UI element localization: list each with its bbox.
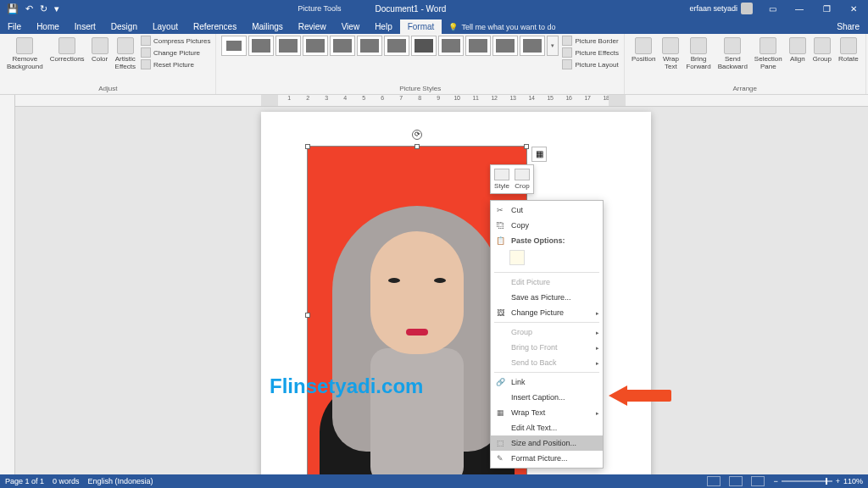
rotate-button[interactable]: Rotate [837, 36, 860, 65]
bring-forward-button[interactable]: Bring Forward [684, 36, 712, 73]
style-thumb[interactable] [492, 36, 518, 56]
style-thumb[interactable] [411, 36, 437, 56]
picture-layout-button[interactable]: Picture Layout [562, 59, 618, 69]
resize-handle[interactable] [305, 144, 310, 149]
tab-help[interactable]: Help [367, 19, 400, 34]
style-thumb[interactable] [248, 36, 274, 56]
ctx-cut[interactable]: ✂Cut [491, 202, 603, 218]
ctx-edit-alt-text[interactable]: Edit Alt Text... [491, 420, 603, 435]
mini-style-button[interactable]: Style [494, 169, 509, 190]
compress-pictures-button[interactable]: Compress Pictures [141, 36, 211, 46]
share-button[interactable]: Share [828, 19, 868, 34]
horizontal-ruler: 123456789101112131415161718 [15, 95, 868, 107]
undo-icon[interactable]: ↶ [25, 3, 33, 14]
style-thumb[interactable] [520, 36, 545, 56]
status-bar: Page 1 of 1 0 words English (Indonesia) … [0, 474, 868, 488]
wrap-text-icon: ▦ [494, 407, 506, 419]
watermark-text: Flinsetyadi.com [270, 374, 423, 398]
zoom-out-icon[interactable]: − [773, 477, 777, 485]
ctx-size-and-position[interactable]: ⬚Size and Position... [491, 435, 603, 451]
group-adjust: Remove Background Corrections Color Arti… [0, 34, 216, 94]
document-area[interactable]: 123456789101112131415161718 ⟳ [15, 95, 868, 474]
view-read-mode[interactable] [707, 476, 721, 486]
redo-icon[interactable]: ↻ [40, 3, 47, 14]
corrections-button[interactable]: Corrections [48, 36, 86, 65]
ribbon-tabs: File Home Insert Design Layout Reference… [0, 17, 868, 34]
style-thumb[interactable] [465, 36, 491, 56]
tab-mailings[interactable]: Mailings [244, 19, 291, 34]
remove-background-button[interactable]: Remove Background [5, 36, 45, 73]
paste-option-button[interactable] [509, 250, 525, 265]
size-icon: ⬚ [494, 437, 506, 449]
rotate-handle[interactable]: ⟳ [412, 130, 422, 140]
zoom-value[interactable]: 110% [843, 477, 863, 485]
ribbon: Remove Background Corrections Color Arti… [0, 34, 868, 95]
picture-effects-button[interactable]: Picture Effects [562, 47, 618, 58]
title-bar: 💾 ↶ ↻ ▾ Picture Tools Document1 - Word e… [0, 0, 868, 17]
tab-insert[interactable]: Insert [67, 19, 103, 34]
reset-picture-button[interactable]: Reset Picture [141, 59, 211, 69]
minimize-button[interactable]: — [787, 0, 812, 17]
ctx-change-picture[interactable]: 🖼Change Picture▸ [491, 305, 603, 320]
picture-styles-gallery[interactable]: ▾ [221, 36, 559, 56]
ctx-send-to-back: Send to Back▸ [491, 355, 603, 370]
close-button[interactable]: ✕ [841, 0, 866, 17]
selection-pane-button[interactable]: Selection Pane [753, 36, 784, 73]
position-button[interactable]: Position [630, 36, 657, 65]
style-thumb[interactable] [438, 36, 464, 56]
ribbon-options-icon[interactable]: ▭ [760, 0, 785, 17]
view-print-layout[interactable] [729, 476, 743, 486]
resize-handle[interactable] [305, 313, 310, 318]
change-picture-icon: 🖼 [494, 307, 506, 319]
zoom-in-icon[interactable]: + [836, 477, 840, 485]
ctx-format-picture[interactable]: ✎Format Picture... [491, 451, 603, 466]
contextual-tab-label: Picture Tools [298, 4, 341, 13]
send-backward-button[interactable]: Send Backward [716, 36, 749, 73]
status-page[interactable]: Page 1 of 1 [5, 477, 44, 485]
wrap-text-button[interactable]: Wrap Text [660, 36, 681, 73]
resize-handle[interactable] [415, 144, 420, 149]
resize-handle[interactable] [524, 144, 529, 149]
style-thumb[interactable] [384, 36, 409, 56]
status-words[interactable]: 0 words [53, 477, 80, 485]
color-button[interactable]: Color [90, 36, 110, 65]
align-button[interactable]: Align [787, 36, 808, 65]
status-language[interactable]: English (Indonesia) [88, 477, 153, 485]
tell-me-search[interactable]: 💡Tell me what you want to do [442, 20, 562, 34]
tab-home[interactable]: Home [29, 19, 67, 34]
style-thumb[interactable] [330, 36, 355, 56]
ctx-insert-caption[interactable]: Insert Caption... [491, 390, 603, 405]
account-label[interactable]: erfaan setyadi [684, 3, 758, 14]
tab-format[interactable]: Format [400, 19, 442, 34]
style-thumb[interactable] [357, 36, 382, 56]
picture-border-button[interactable]: Picture Border [562, 36, 618, 46]
tab-file[interactable]: File [0, 19, 29, 34]
ctx-copy[interactable]: ⿻Copy [491, 218, 603, 233]
ctx-save-as-picture[interactable]: Save as Picture... [491, 290, 603, 305]
tab-references[interactable]: References [186, 19, 244, 34]
mini-crop-button[interactable]: Crop [515, 169, 530, 190]
workspace: 123456789101112131415161718 ⟳ [0, 95, 868, 474]
zoom-control[interactable]: − + 110% [773, 477, 863, 485]
artistic-effects-button[interactable]: Artistic Effects [114, 36, 137, 73]
link-icon: 🔗 [494, 376, 506, 388]
maximize-button[interactable]: ❐ [814, 0, 839, 17]
view-web-layout[interactable] [751, 476, 765, 486]
document-title: Document1 - Word [376, 4, 447, 14]
tab-design[interactable]: Design [103, 19, 145, 34]
tab-view[interactable]: View [334, 19, 368, 34]
ctx-wrap-text[interactable]: ▦Wrap Text▸ [491, 405, 603, 420]
ctx-link[interactable]: 🔗Link [491, 374, 603, 390]
paste-icon: 📋 [494, 235, 506, 247]
style-thumb[interactable] [303, 36, 328, 56]
group-button[interactable]: Group [811, 36, 833, 65]
zoom-slider[interactable] [782, 480, 832, 482]
layout-options-icon[interactable]: ▦ [531, 147, 547, 162]
change-picture-button[interactable]: Change Picture [141, 47, 211, 58]
gallery-more-button[interactable]: ▾ [547, 36, 559, 56]
style-thumb[interactable] [221, 36, 247, 56]
tab-layout[interactable]: Layout [145, 19, 186, 34]
style-thumb[interactable] [275, 36, 301, 56]
save-icon[interactable]: 💾 [7, 3, 19, 14]
tab-review[interactable]: Review [291, 19, 334, 34]
